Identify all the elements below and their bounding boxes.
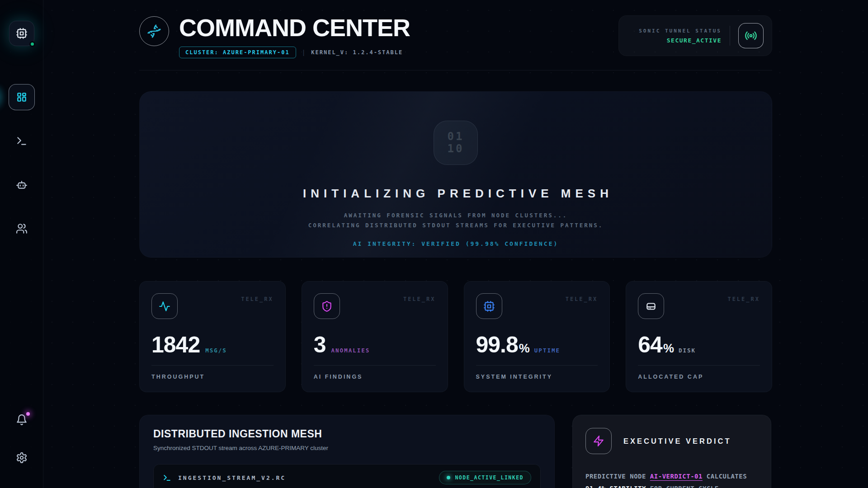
- meta-separator: |: [303, 49, 305, 56]
- notification-badge-dot: [26, 412, 30, 416]
- verdict-title: EXECUTIVE VERDICT: [623, 437, 731, 446]
- terminal-header: INGESTION_STREAM_V2.RC NODE_ACTIVE_LINKE…: [154, 465, 540, 488]
- status-label: SONIC TUNNEL STATUS: [639, 28, 722, 34]
- terminal-filename: INGESTION_STREAM_V2.RC: [178, 474, 286, 481]
- stat-card-throughput: TELE_RX 1842 MSG/S THROUGHPUT: [139, 281, 286, 392]
- app-logo-button[interactable]: [9, 21, 34, 46]
- binary-line-2: 10: [448, 143, 464, 155]
- ingestion-mesh-card: DISTRIBUTED INGESTION MESH Synchronized …: [139, 415, 555, 488]
- bot-icon: [16, 179, 28, 191]
- stat-value: 64: [638, 333, 662, 356]
- ingestion-subtitle: Synchronized STDOUT stream across AZURE-…: [153, 445, 541, 451]
- activity-icon: [159, 300, 170, 312]
- verdict-icon-box: [585, 428, 612, 454]
- online-status-dot: [29, 41, 35, 47]
- cpu-icon: [483, 300, 495, 312]
- stat-divider: [151, 365, 274, 366]
- verdict-text: PREDICTIVE NODE: [585, 473, 650, 480]
- sonic-tunnel-status-box: SONIC TUNNEL STATUS SECURE_ACTIVE: [618, 15, 772, 56]
- shield-alert-icon: [321, 300, 333, 312]
- command-center-page: COMMAND CENTER CLUSTER: AZURE-PRIMARY-01…: [0, 0, 868, 488]
- sidebar-item-settings[interactable]: [16, 452, 28, 464]
- terminal-prompt-icon: [163, 474, 171, 482]
- stat-suffix: %: [519, 342, 530, 356]
- nav-slot-bot: [0, 163, 43, 206]
- stat-divider: [476, 365, 598, 366]
- page-title: COMMAND CENTER: [179, 15, 410, 40]
- stats-row: TELE_RX 1842 MSG/S THROUGHPUT TELE_RX: [139, 281, 772, 392]
- stat-icon-box: [476, 293, 502, 319]
- nav-slot-terminal: [0, 119, 43, 163]
- ingestion-terminal: INGESTION_STREAM_V2.RC NODE_ACTIVE_LINKE…: [153, 464, 541, 488]
- binary-badge: 01 10: [434, 121, 478, 165]
- stat-unit: UPTIME: [534, 347, 560, 354]
- stat-suffix: %: [663, 342, 674, 356]
- tunnel-radio-button[interactable]: [738, 23, 764, 48]
- verdict-stability-value: 91.4% STABILITY: [585, 485, 646, 488]
- sidebar-item-notifications[interactable]: [16, 414, 28, 426]
- verdict-text: FOR CURRENT CYCLE.: [646, 485, 723, 488]
- telemetry-tag: TELE_RX: [566, 296, 598, 302]
- stat-card-allocated-cap: TELE_RX 64% DISK ALLOCATED CAP: [626, 281, 772, 392]
- users-icon: [16, 223, 28, 235]
- hero-subtitle: AWAITING FORENSIC SIGNALS FROM NODE CLUS…: [140, 211, 772, 230]
- hero-subtitle-line-2: CORRELATING DISTRIBUTED STDOUT STREAMS F…: [140, 221, 772, 230]
- main-content: COMMAND CENTER CLUSTER: AZURE-PRIMARY-01…: [43, 0, 868, 488]
- telemetry-tag: TELE_RX: [727, 296, 760, 302]
- nav-slot-users: [0, 206, 43, 250]
- sidebar-item-ai-agent[interactable]: [16, 179, 28, 191]
- stat-icon-box: [638, 293, 664, 319]
- header-divider: [139, 70, 772, 70]
- terminal-icon: [16, 135, 28, 147]
- sidebar-bottom: [16, 414, 28, 464]
- verdict-header: EXECUTIVE VERDICT: [585, 428, 758, 454]
- kernel-version-label: KERNEL_V: 1.2.4-STABLE: [311, 49, 403, 56]
- stat-unit: ANOMALIES: [331, 347, 370, 354]
- page-header: COMMAND CENTER CLUSTER: AZURE-PRIMARY-01…: [139, 15, 772, 58]
- stat-unit: MSG/S: [205, 347, 227, 354]
- cpu-icon: [16, 28, 28, 39]
- node-status-text: NODE_ACTIVE_LINKED: [455, 474, 524, 481]
- stat-card-ai-findings: TELE_RX 3 ANOMALIES AI FINDINGS: [302, 281, 448, 392]
- telemetry-tag: TELE_RX: [403, 296, 436, 302]
- hero-panel: 01 10 INITIALIZING PREDICTIVE MESH AWAIT…: [139, 91, 772, 258]
- ai-integrity-status: AI INTEGRITY: VERIFIED (99.98% CONFIDENC…: [140, 240, 772, 247]
- telemetry-tag: TELE_RX: [241, 296, 274, 302]
- stat-label: SYSTEM INTEGRITY: [476, 374, 598, 380]
- brand-block: COMMAND CENTER CLUSTER: AZURE-PRIMARY-01…: [139, 15, 410, 58]
- stat-icon-box: [151, 293, 178, 319]
- status-divider: [730, 26, 730, 46]
- stat-label: THROUGHPUT: [151, 374, 274, 380]
- layout-dashboard-icon: [16, 91, 28, 103]
- sidebar-item-terminal[interactable]: [16, 135, 28, 147]
- brand-logo-circle: [139, 16, 169, 46]
- node-status-badge: NODE_ACTIVE_LINKED: [439, 471, 531, 484]
- sidebar-item-users[interactable]: [16, 223, 28, 235]
- stat-icon-box: [314, 293, 340, 319]
- executive-verdict-card: EXECUTIVE VERDICT PREDICTIVE NODE AI-VER…: [572, 415, 771, 488]
- bottom-row: DISTRIBUTED INGESTION MESH Synchronized …: [139, 415, 772, 488]
- bell-icon: [16, 414, 28, 426]
- stat-divider: [314, 365, 436, 366]
- status-value: SECURE_ACTIVE: [639, 37, 722, 44]
- binary-line-1: 01: [448, 131, 464, 143]
- stat-unit: DISK: [679, 347, 696, 354]
- radio-icon: [745, 29, 757, 42]
- verdict-node-link[interactable]: AI-VERDICT-01: [650, 473, 703, 480]
- sidebar: [0, 0, 43, 488]
- status-dot-icon: [447, 476, 450, 479]
- stat-label: AI FINDINGS: [314, 374, 436, 380]
- zap-icon: [593, 435, 604, 447]
- stat-label: ALLOCATED CAP: [638, 374, 760, 380]
- cluster-badge: CLUSTER: AZURE-PRIMARY-01: [179, 47, 296, 58]
- header-meta-row: CLUSTER: AZURE-PRIMARY-01 | KERNEL_V: 1.…: [179, 47, 410, 58]
- gear-icon: [16, 452, 28, 464]
- verdict-body: PREDICTIVE NODE AI-VERDICT-01 CALCULATES…: [585, 470, 758, 488]
- stat-card-system-integrity: TELE_RX 99.8% UPTIME SYSTEM INTEGRITY: [464, 281, 610, 392]
- sidebar-item-dashboard[interactable]: [9, 84, 35, 110]
- ingestion-title: DISTRIBUTED INGESTION MESH: [153, 428, 541, 440]
- hero-title: INITIALIZING PREDICTIVE MESH: [140, 187, 772, 201]
- verdict-text: CALCULATES: [703, 473, 747, 480]
- hero-subtitle-line-1: AWAITING FORENSIC SIGNALS FROM NODE CLUS…: [140, 211, 772, 221]
- sidebar-nav: [0, 75, 43, 250]
